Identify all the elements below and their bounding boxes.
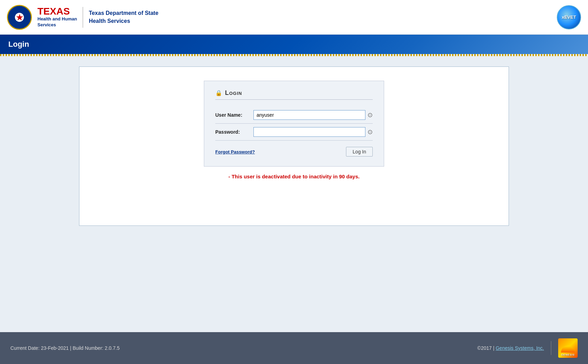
footer-build-info: Current Date: 23-Feb-2021 | Build Number… <box>10 345 120 351</box>
form-actions: Forgot Password? Log In <box>215 147 373 157</box>
password-input[interactable] <box>253 127 365 137</box>
header-right: xEVET <box>557 5 581 29</box>
password-label: Password: <box>215 129 253 135</box>
login-heading: Login <box>225 89 242 97</box>
genesis-badge: GENESIS <box>558 338 578 358</box>
genesis-link[interactable]: Genesis Systems, Inc. <box>496 345 544 351</box>
username-icon: ⊙ <box>368 111 373 119</box>
login-box: 🔒 Login User Name: ⊙ Password: ⊙ <box>204 81 384 167</box>
texas-seal: ★ <box>7 5 32 30</box>
username-input-wrap: ⊙ <box>253 110 373 120</box>
xevet-badge: xEVET <box>557 5 581 29</box>
forgot-password-link[interactable]: Forgot Password? <box>215 149 255 154</box>
error-message: - This user is deactivated due to inacti… <box>228 174 360 179</box>
header-divider <box>83 7 83 28</box>
username-input[interactable] <box>253 110 365 120</box>
texas-title: TEXAS <box>37 7 77 16</box>
header-logo-group: ★ TEXAS Health and HumanServices Texas D… <box>7 5 158 30</box>
password-icon: ⊙ <box>368 128 373 136</box>
password-row: Password: ⊙ <box>215 124 373 141</box>
login-box-header: 🔒 Login <box>215 89 373 97</box>
footer-copyright: ©2017 | Genesis Systems, Inc. <box>477 345 544 351</box>
footer-right: ©2017 | Genesis Systems, Inc. GENESIS <box>477 338 578 358</box>
page-footer: Current Date: 23-Feb-2021 | Build Number… <box>0 332 588 364</box>
xevet-label: xEVET <box>562 15 576 20</box>
page-title: Login <box>8 40 29 49</box>
hhs-subtitle: Health and HumanServices <box>37 16 77 28</box>
dshs-text: Texas Department of StateHealth Services <box>89 9 158 25</box>
page-header: ★ TEXAS Health and HumanServices Texas D… <box>0 0 588 35</box>
star-icon: ★ <box>16 13 24 22</box>
username-label: User Name: <box>215 112 253 118</box>
password-input-wrap: ⊙ <box>253 127 373 137</box>
username-row: User Name: ⊙ <box>215 107 373 124</box>
logo-text-group: TEXAS Health and HumanServices <box>37 7 77 28</box>
content-card: 🔒 Login User Name: ⊙ Password: ⊙ <box>79 66 509 226</box>
genesis-badge-label: GENESIS <box>561 353 574 356</box>
lock-icon: 🔒 <box>215 90 222 96</box>
genesis-sun-arc <box>561 346 575 353</box>
login-form-divider <box>215 99 373 100</box>
main-content: 🔒 Login User Name: ⊙ Password: ⊙ <box>0 56 588 332</box>
page-banner: Login <box>0 35 588 54</box>
footer-divider <box>551 341 551 355</box>
login-button[interactable]: Log In <box>346 147 373 157</box>
